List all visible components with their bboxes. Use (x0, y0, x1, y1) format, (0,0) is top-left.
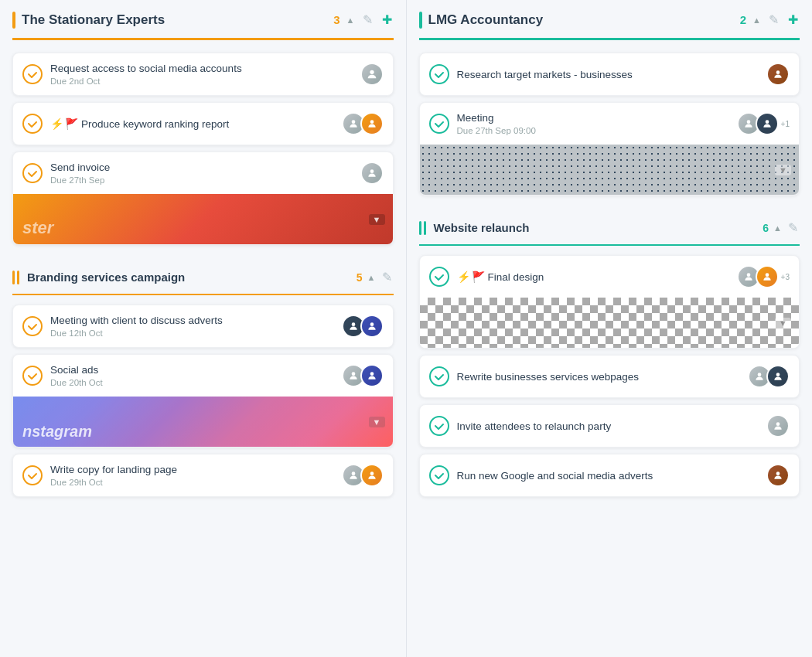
task-check-invite[interactable] (429, 416, 449, 436)
task-info-invite: Invite attendees to relaunch party (457, 420, 759, 432)
task-check-meeting-client[interactable] (22, 316, 43, 336)
task-due-request-access: Due 2nd Oct (50, 77, 353, 86)
chevron-down-fd[interactable]: ▼ (775, 318, 791, 328)
task-card-research: Research target markets - businesses (419, 53, 800, 96)
task-card-main-invite[interactable]: Invite attendees to relaunch party (420, 405, 800, 447)
chevron-down-invoice[interactable]: ▼ (369, 214, 385, 225)
chevron-up-stationary[interactable]: ▲ (346, 15, 355, 25)
plus-icon-stationary[interactable]: ✚ (380, 11, 394, 29)
plus-icon-lmg[interactable]: ✚ (786, 11, 800, 29)
svg-point-6 (351, 372, 355, 376)
svg-point-15 (758, 373, 762, 376)
column-left: The Stationary Experts 3 ▲ ✎ ✚ Request a… (0, 0, 407, 657)
task-check-request-access[interactable] (22, 64, 43, 84)
svg-point-12 (765, 120, 769, 124)
task-title-social-ads: Social ads (50, 364, 334, 376)
task-title-research: Research target markets - businesses (457, 69, 759, 80)
task-title-google-adverts: Run new Google and social media adverts (457, 470, 759, 482)
col-header-left-lmg: LMG Accountancy (419, 12, 740, 29)
chevron-down-meeting[interactable]: ▼ (775, 165, 791, 175)
edit-icon-stationary[interactable]: ✎ (361, 11, 374, 29)
task-info-research: Research target markets - businesses (457, 69, 759, 80)
task-card-main-social-ads[interactable]: Social ads Due 20th Oct (13, 355, 393, 397)
flag-fd-2: 🚩 (472, 271, 485, 283)
stationery-text: ster (22, 218, 53, 238)
task-card-main-rewrite[interactable]: Rewrite businesses services webpages (420, 356, 800, 397)
col-count-lmg: 2 (740, 13, 746, 26)
svg-point-2 (370, 120, 374, 124)
avatar-extra-fd: +3 (781, 273, 790, 281)
accent-bar-stationary (12, 12, 15, 29)
board: The Stationary Experts 3 ▲ ✎ ✚ Request a… (0, 0, 812, 657)
task-due-invoice: Due 27th Sep (50, 175, 353, 185)
task-avatars-research (766, 63, 790, 86)
task-card-meeting-client: Meeting with client to discuss adverts D… (12, 305, 394, 348)
chevron-up-lmg[interactable]: ▲ (752, 15, 761, 25)
avatar-ga-1 (766, 464, 790, 487)
task-due-write-copy: Due 29th Oct (50, 478, 334, 487)
section-header-branding: Branding services campaign 5 ▲ ✎ (12, 260, 394, 295)
task-card-main-keyword[interactable]: ⚡ 🚩 Produce keyword ranking report (13, 103, 393, 145)
section-title-branding: Branding services campaign (27, 271, 357, 284)
task-info-google-adverts: Run new Google and social media adverts (457, 470, 759, 482)
task-card-main-request-access[interactable]: Request access to social media accounts … (13, 53, 393, 95)
task-check-rewrite[interactable] (429, 366, 449, 386)
edit-icon-lmg[interactable]: ✎ (767, 11, 780, 29)
chevron-down-social-ads[interactable]: ▼ (369, 417, 385, 427)
task-card-main-meeting[interactable]: Meeting Due 27th Sep 09:00 +1 (420, 103, 800, 145)
task-card-main-write-copy[interactable]: Write copy for landing page Due 29th Oct (13, 454, 393, 496)
task-image-social-ads: nstagram ▼ (13, 397, 393, 447)
task-title-keyword: ⚡ 🚩 Produce keyword ranking report (50, 117, 334, 130)
chevron-up-branding[interactable]: ▲ (367, 273, 376, 282)
task-card-social-ads: Social ads Due 20th Oct nstagram ▼ (12, 354, 394, 448)
task-title-request-access: Request access to social media accounts (50, 63, 353, 74)
flag-red-2: 🚩 (65, 117, 78, 130)
task-card-write-copy: Write copy for landing page Due 29th Oct (12, 454, 394, 497)
svg-point-9 (370, 471, 374, 475)
task-check-google-adverts[interactable] (429, 465, 449, 485)
edit-icon-branding[interactable]: ✎ (380, 268, 394, 286)
avatar-1 (360, 63, 384, 86)
chevron-up-website[interactable]: ▲ (773, 223, 782, 233)
task-card-main-research[interactable]: Research target markets - businesses (420, 53, 800, 95)
task-check-keyword[interactable] (22, 114, 43, 134)
flags-final-design: ⚡ 🚩 (457, 271, 485, 283)
task-avatars-final-design: +3 (737, 265, 790, 288)
instagram-text: nstagram (22, 423, 92, 441)
task-avatars-google-adverts (766, 464, 790, 487)
svg-point-3 (370, 169, 374, 173)
avatar-keyword-2 (360, 112, 384, 135)
edit-icon-website[interactable]: ✎ (786, 219, 800, 237)
task-check-write-copy[interactable] (22, 465, 43, 485)
task-card-main-google-adverts[interactable]: Run new Google and social media adverts (420, 454, 800, 496)
task-check-invoice[interactable] (22, 163, 43, 183)
task-title-meeting: Meeting (457, 112, 729, 124)
section-count-website: 6 (763, 222, 769, 234)
task-image-final-design: ▼ (420, 298, 800, 348)
svg-point-0 (370, 70, 374, 74)
task-info-final-design: ⚡ 🚩 Final design (457, 271, 729, 283)
task-title-final-design: ⚡ 🚩 Final design (457, 271, 729, 283)
task-check-final-design[interactable] (429, 267, 449, 287)
task-card-main-meeting-client[interactable]: Meeting with client to discuss adverts D… (13, 305, 393, 347)
task-title-rewrite: Rewrite businesses services webpages (457, 371, 741, 383)
col-title-lmg: LMG Accountancy (428, 12, 544, 28)
svg-point-8 (351, 471, 355, 475)
task-card-invoice: Send invoice Due 27th Sep ▼ ster (12, 151, 394, 245)
col-header-stationary: The Stationary Experts 3 ▲ ✎ ✚ (12, 0, 394, 40)
svg-point-10 (776, 70, 780, 74)
task-check-social-ads[interactable] (22, 366, 43, 386)
col-title-stationary: The Stationary Experts (22, 12, 165, 28)
task-card-main-final-design[interactable]: ⚡ 🚩 Final design +3 (420, 256, 800, 298)
task-check-meeting[interactable] (429, 114, 449, 134)
flags-keyword: ⚡ 🚩 (50, 117, 78, 130)
task-info-invoice: Send invoice Due 27th Sep (50, 162, 353, 185)
task-card-main-invoice[interactable]: Send invoice Due 27th Sep (13, 152, 393, 194)
task-title-meeting-client: Meeting with client to discuss adverts (50, 315, 334, 326)
task-card-google-adverts: Run new Google and social media adverts (419, 454, 800, 497)
task-avatars-rewrite (748, 365, 790, 388)
avatar-fd-2 (756, 265, 779, 288)
task-avatars-social-ads (342, 364, 384, 387)
task-image-meeting: ▼ (420, 145, 800, 195)
task-check-research[interactable] (429, 64, 449, 84)
